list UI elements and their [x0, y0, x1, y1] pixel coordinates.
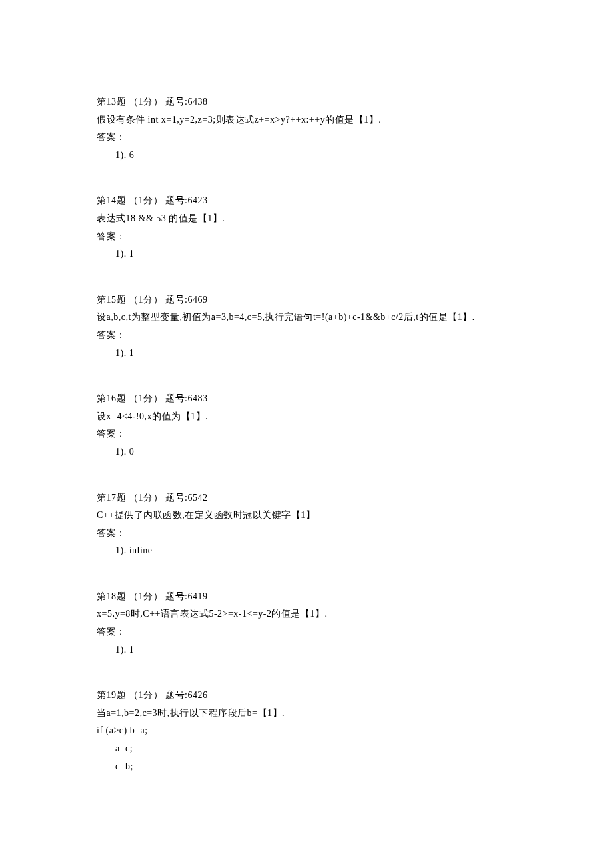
answer-item: 1). 0 [97, 443, 516, 461]
code-line: c=b; [97, 758, 516, 776]
question-prompt: 当a=1,b=2,c=3时,执行以下程序段后b=【1】. [97, 705, 516, 723]
question-block: 第18题 （1分） 题号:6419 x=5,y=8时,C++语言表达式5-2>=… [97, 588, 516, 659]
code-line: if (a>c) b=a; [97, 722, 516, 740]
answer-item: 1). 1 [97, 245, 516, 263]
question-header: 第18题 （1分） 题号:6419 [97, 588, 516, 606]
question-header: 第17题 （1分） 题号:6542 [97, 489, 516, 507]
answer-label: 答案： [97, 425, 516, 443]
answer-item: 1). 6 [97, 147, 516, 165]
question-prompt: x=5,y=8时,C++语言表达式5-2>=x-1<=y-2的值是【1】. [97, 605, 516, 623]
question-prompt: C++提供了内联函数,在定义函数时冠以关键字【1】 [97, 507, 516, 525]
document-page: 第13题 （1分） 题号:6438 假设有条件 int x=1,y=2,z=3;… [0, 0, 613, 868]
question-header: 第14题 （1分） 题号:6423 [97, 192, 516, 210]
question-block: 第15题 （1分） 题号:6469 设a,b,c,t为整型变量,初值为a=3,b… [97, 291, 516, 362]
question-header: 第13题 （1分） 题号:6438 [97, 93, 516, 111]
question-block: 第16题 （1分） 题号:6483 设x=4<4-!0,x的值为【1】. 答案：… [97, 390, 516, 461]
answer-item: 1). 1 [97, 345, 516, 363]
question-block: 第17题 （1分） 题号:6542 C++提供了内联函数,在定义函数时冠以关键字… [97, 489, 516, 560]
answer-label: 答案： [97, 129, 516, 147]
question-header: 第15题 （1分） 题号:6469 [97, 291, 516, 309]
answer-item: 1). 1 [97, 641, 516, 659]
answer-label: 答案： [97, 525, 516, 543]
question-prompt: 设a,b,c,t为整型变量,初值为a=3,b=4,c=5,执行完语句t=!(a+… [97, 309, 516, 327]
question-prompt: 假设有条件 int x=1,y=2,z=3;则表达式z+=x>y?++x:++y… [97, 111, 516, 129]
code-line: a=c; [97, 740, 516, 758]
question-block: 第13题 （1分） 题号:6438 假设有条件 int x=1,y=2,z=3;… [97, 93, 516, 164]
question-block: 第14题 （1分） 题号:6423 表达式18 && 53 的值是【1】. 答案… [97, 192, 516, 263]
question-prompt: 表达式18 && 53 的值是【1】. [97, 210, 516, 228]
answer-item: 1). inline [97, 542, 516, 560]
answer-label: 答案： [97, 327, 516, 345]
question-header: 第19题 （1分） 题号:6426 [97, 687, 516, 705]
question-block: 第19题 （1分） 题号:6426 当a=1,b=2,c=3时,执行以下程序段后… [97, 687, 516, 775]
question-header: 第16题 （1分） 题号:6483 [97, 390, 516, 408]
answer-label: 答案： [97, 623, 516, 641]
question-prompt: 设x=4<4-!0,x的值为【1】. [97, 408, 516, 426]
answer-label: 答案： [97, 228, 516, 246]
